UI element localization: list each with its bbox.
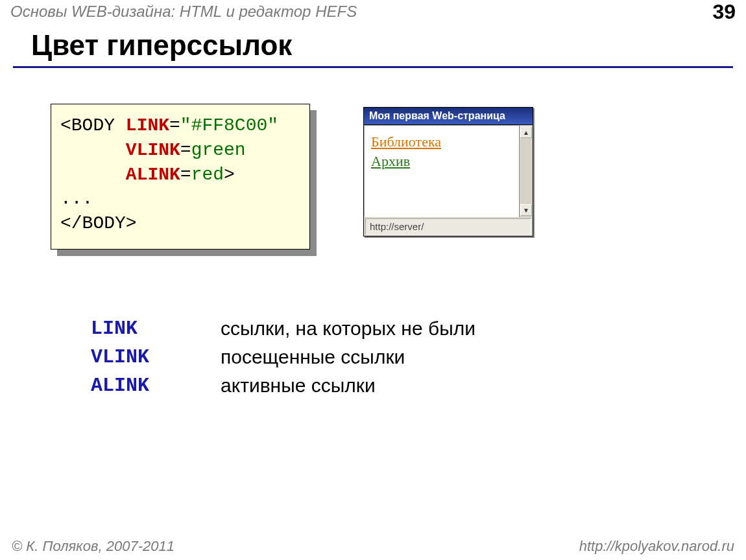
code-example: <BODY LINK="#FF8C00" VLINK=green ALINK=r…	[51, 104, 310, 250]
definitions: LINK ссылки, на которых не были VLINK по…	[91, 318, 475, 403]
footer: © К. Поляков, 2007-2011 http://kpolyakov…	[12, 538, 734, 555]
page-number: 39	[712, 0, 736, 24]
browser-statusbar: http://server/	[365, 218, 531, 235]
browser-body: Библиотека Архив ▲ ▼	[364, 125, 533, 217]
code-token: </BODY>	[60, 213, 137, 233]
header-course-title: Основы WEB-дизайна: HTML и редактор HEFS	[10, 3, 357, 21]
definition-term: ALINK	[91, 375, 221, 397]
definition-desc: ссылки, на которых не были	[221, 318, 475, 340]
title-underline	[13, 66, 733, 68]
definition-row: ALINK активные ссылки	[91, 375, 475, 397]
code-token: VLINK	[126, 140, 180, 160]
code-box: <BODY LINK="#FF8C00" VLINK=green ALINK=r…	[51, 104, 310, 250]
scroll-up-icon[interactable]: ▲	[520, 126, 532, 138]
definition-row: VLINK посещенные ссылки	[91, 346, 475, 368]
code-token: ...	[60, 189, 93, 209]
definition-desc: активные ссылки	[221, 375, 376, 397]
slide-title: Цвет гиперссылок	[31, 29, 292, 62]
code-token: LINK	[126, 115, 169, 135]
code-token: >	[224, 165, 235, 185]
header-bar: Основы WEB-дизайна: HTML и редактор HEFS…	[0, 0, 746, 23]
browser-link-visited[interactable]: Архив	[371, 152, 512, 171]
definition-row: LINK ссылки, на которых не были	[91, 318, 475, 340]
code-token: =	[180, 165, 191, 185]
code-token: =	[180, 140, 191, 160]
browser-titlebar: Моя первая Web-страница	[364, 108, 533, 125]
footer-copyright: © К. Поляков, 2007-2011	[12, 538, 174, 555]
code-token: =	[169, 115, 180, 135]
browser-mock: Моя первая Web-страница Библиотека Архив…	[363, 107, 533, 237]
code-token: ALINK	[126, 165, 180, 185]
code-token: red	[191, 165, 224, 185]
code-token: "#FF8C00"	[180, 115, 278, 135]
definition-desc: посещенные ссылки	[221, 346, 405, 368]
definition-term: VLINK	[91, 346, 221, 368]
browser-content: Библиотека Архив	[364, 125, 519, 217]
definition-term: LINK	[91, 318, 221, 340]
footer-url: http://kpolyakov.narod.ru	[579, 538, 734, 555]
browser-link-unvisited[interactable]: Библиотека	[371, 132, 512, 152]
slide: Основы WEB-дизайна: HTML и редактор HEFS…	[0, 0, 746, 560]
code-token: <BODY	[60, 115, 126, 135]
scroll-down-icon[interactable]: ▼	[520, 204, 532, 216]
code-token: green	[191, 140, 246, 160]
browser-scrollbar[interactable]: ▲ ▼	[519, 125, 533, 217]
